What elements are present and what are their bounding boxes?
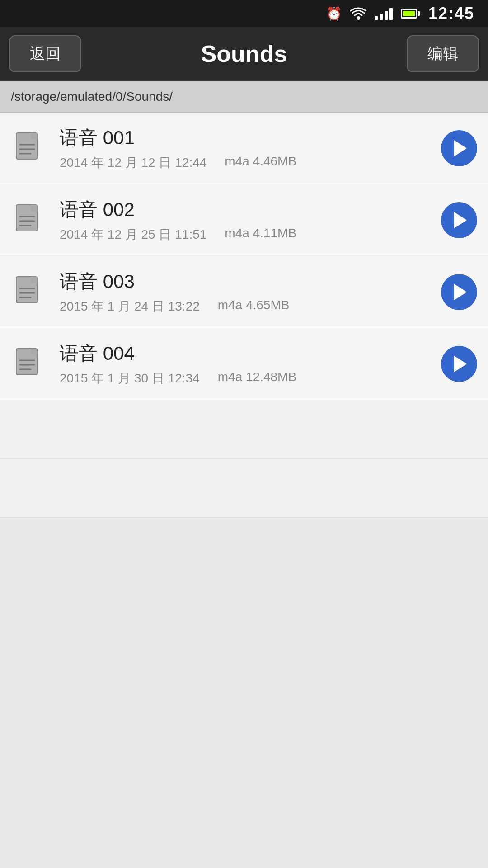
file-info: 语音 0042015 年 1 月 30 日 12:34m4a 12.48MB: [60, 341, 434, 387]
page-title: Sounds: [81, 40, 407, 67]
svg-rect-12: [31, 277, 37, 283]
file-icon: [11, 130, 47, 166]
empty-row-1: [0, 400, 488, 459]
alarm-icon: ⏰: [326, 6, 342, 21]
file-arrow-button[interactable]: [441, 346, 477, 382]
file-name: 语音 003: [60, 269, 434, 294]
edit-button[interactable]: 编辑: [407, 35, 479, 72]
file-name: 语音 002: [60, 197, 434, 222]
file-arrow-button[interactable]: [441, 202, 477, 238]
file-date: 2015 年 1 月 24 日 13:22: [60, 298, 200, 315]
file-date: 2015 年 1 月 30 日 12:34: [60, 370, 200, 387]
file-date: 2014 年 12 月 12 日 12:44: [60, 154, 206, 171]
file-type-size: m4a 4.46MB: [225, 154, 296, 171]
svg-rect-17: [31, 349, 37, 355]
file-meta: 2014 年 12 月 12 日 12:44m4a 4.46MB: [60, 154, 434, 171]
nav-bar: 返回 Sounds 编辑: [0, 27, 488, 81]
empty-area: [0, 518, 488, 744]
file-type-size: m4a 12.48MB: [218, 370, 296, 387]
file-name: 语音 001: [60, 125, 434, 151]
file-date: 2014 年 12 月 25 日 11:51: [60, 226, 206, 243]
battery-icon: [401, 9, 420, 19]
file-item-4[interactable]: 语音 0042015 年 1 月 30 日 12:34m4a 12.48MB: [0, 328, 488, 400]
file-info: 语音 0012014 年 12 月 12 日 12:44m4a 4.46MB: [60, 125, 434, 171]
file-icon: [11, 274, 47, 310]
svg-rect-7: [31, 205, 37, 211]
file-arrow-button[interactable]: [441, 274, 477, 310]
file-type-size: m4a 4.65MB: [218, 298, 290, 315]
signal-icon: [375, 7, 393, 20]
file-type-size: m4a 4.11MB: [225, 226, 296, 243]
file-item-1[interactable]: 语音 0012014 年 12 月 12 日 12:44m4a 4.46MB: [0, 113, 488, 184]
file-meta: 2015 年 1 月 30 日 12:34m4a 12.48MB: [60, 370, 434, 387]
breadcrumb: /storage/emulated/0/Sounds/: [0, 81, 488, 113]
file-item-2[interactable]: 语音 0022014 年 12 月 25 日 11:51m4a 4.11MB: [0, 184, 488, 256]
status-bar: ⏰ 12:45: [0, 0, 488, 27]
svg-point-0: [357, 16, 360, 20]
file-item-3[interactable]: 语音 0032015 年 1 月 24 日 13:22m4a 4.65MB: [0, 256, 488, 328]
file-icon: [11, 202, 47, 238]
file-info: 语音 0022014 年 12 月 25 日 11:51m4a 4.11MB: [60, 197, 434, 243]
empty-row-2: [0, 459, 488, 518]
status-time: 12:45: [428, 4, 474, 23]
file-arrow-button[interactable]: [441, 130, 477, 166]
file-meta: 2014 年 12 月 25 日 11:51m4a 4.11MB: [60, 226, 434, 243]
svg-rect-2: [31, 133, 37, 139]
wifi-icon: [350, 7, 366, 20]
file-list: 语音 0012014 年 12 月 12 日 12:44m4a 4.46MB 语…: [0, 113, 488, 400]
back-button[interactable]: 返回: [9, 35, 81, 72]
file-info: 语音 0032015 年 1 月 24 日 13:22m4a 4.65MB: [60, 269, 434, 315]
file-name: 语音 004: [60, 341, 434, 366]
file-icon: [11, 346, 47, 382]
file-meta: 2015 年 1 月 24 日 13:22m4a 4.65MB: [60, 298, 434, 315]
